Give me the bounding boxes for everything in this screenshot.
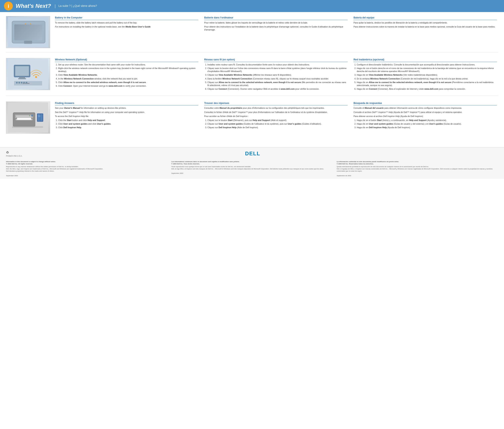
finding-heading-fr: Trouver des réponses bbox=[204, 101, 347, 106]
wireless-body-fr: Installez votre routeur sans fil. Consul… bbox=[204, 63, 347, 91]
footer-legal-en: Information in this document is subject … bbox=[6, 161, 167, 177]
recycle-icon: ♻ bbox=[6, 151, 9, 154]
wireless-body-en: Set up your wireless router. See the doc… bbox=[55, 63, 198, 88]
battery-col-en: Battery in the Computer To remove the ba… bbox=[54, 16, 199, 48]
wireless-list-fr: Installez votre routeur sans fil. Consul… bbox=[204, 63, 347, 91]
wireless-list-es-4: Haga clic en Allow me to connect to the … bbox=[357, 81, 497, 87]
battery-para-es-0: Para quitar la batería, deslice los pest… bbox=[354, 21, 497, 24]
finding-list-fr-1: Cliquez sur User and system guides (Guid… bbox=[207, 122, 347, 125]
finding-list-fr: Cliquez sur le bouton Start (Démarrer), … bbox=[204, 119, 347, 129]
finding-col-fr: Trouver des réponses Consultez votre Man… bbox=[203, 101, 349, 134]
svg-rect-16 bbox=[18, 82, 20, 83]
finding-para-fr-2: Pour accéder au fichier d'Aide de Dell I… bbox=[204, 115, 347, 118]
finding-list-es-2: Haga clic en Dell Inspiron Help (Ayuda d… bbox=[357, 126, 497, 129]
finding-para-en-0: See your Owner's Manual for information … bbox=[55, 107, 198, 109]
finding-list-en-2: Click Dell Inspiron Help. bbox=[58, 126, 198, 129]
wireless-list-fr-3: Dans la fenêtre Wireless Network Connect… bbox=[207, 77, 347, 80]
header-divider: | bbox=[54, 3, 56, 9]
finding-para-fr-1: Consultez le fichier d'Aide de Dell™ Ins… bbox=[204, 111, 347, 114]
battery-para-fr-1: Pour obtenir des instructions sur l'inst… bbox=[204, 25, 347, 31]
wireless-list-fr-5: Cliquez sur Connect (Connexion). Ouvrez … bbox=[207, 88, 347, 90]
finding-list-fr-2: Cliquez sur Dell Inspiron Help (Aide de … bbox=[207, 126, 347, 129]
battery-para-en-1: For instructions on installing the batte… bbox=[55, 25, 198, 28]
finding-body-fr: Consultez votre Manuel du propriétaire p… bbox=[204, 107, 347, 129]
battery-section: Battery in the Computer To remove the ba… bbox=[6, 16, 498, 52]
printed-label: Printed in the U.S.A. bbox=[6, 155, 22, 157]
svg-rect-3 bbox=[18, 26, 38, 37]
battery-body-fr: Pour retirer la batterie, faites glisser… bbox=[204, 21, 347, 32]
footer-legal-en-body: Reproduction in any manner whatsoever wi… bbox=[6, 166, 167, 177]
svg-rect-25 bbox=[17, 117, 31, 120]
finding-list-fr-0: Cliquez sur le bouton Start (Démarrer), … bbox=[207, 119, 347, 122]
finding-list-es: Haga clic en el botón Start (Inicio) y, … bbox=[354, 119, 497, 129]
battery-col-fr: Batterie dans l'ordinateur Pour retirer … bbox=[203, 16, 349, 48]
svg-rect-2 bbox=[15, 24, 41, 39]
wireless-list-en-1: Right-click the wireless network connect… bbox=[58, 67, 198, 73]
finding-para-es-2: Para obtener acceso al archivo Dell Insp… bbox=[354, 115, 497, 118]
svg-rect-9 bbox=[15, 66, 29, 76]
wireless-list-fr-1: Cliquez avec le bouton droit sur l'icône… bbox=[207, 67, 347, 73]
wireless-col-en: Wireless Network (Optional) Set up your … bbox=[54, 58, 199, 92]
finding-heading-en: Finding Answers bbox=[55, 101, 198, 106]
svg-rect-11 bbox=[18, 78, 26, 79]
battery-heading-en: Battery in the Computer bbox=[55, 16, 198, 20]
footer-legal-fr-bold: Les informations contenues dans ce docum… bbox=[171, 161, 333, 165]
battery-heading-fr: Batterie dans l'ordinateur bbox=[204, 16, 347, 20]
wireless-list-en-5: Click Connect. Open your Internet browse… bbox=[58, 84, 198, 88]
finding-para-es-0: Consulte el Manual del usuario para obte… bbox=[354, 107, 497, 109]
svg-text:DELL: DELL bbox=[245, 151, 260, 157]
printer-image bbox=[6, 101, 50, 134]
wireless-list-fr-4: Cliquez sur Allow me to connect to the s… bbox=[207, 81, 347, 87]
battery-para-en-0: To remove the battery, slide the battery… bbox=[55, 21, 198, 24]
footer-top: ♻ Printed in the U.S.A. DELL bbox=[6, 150, 498, 159]
wireless-list-fr-2: Cliquez sur View Available Wireless Netw… bbox=[207, 73, 347, 76]
footer-legal-es-body: Queda estrictamente prohibida la reprodu… bbox=[337, 166, 498, 177]
svg-rect-19 bbox=[26, 82, 27, 83]
svg-rect-1 bbox=[12, 21, 45, 43]
wireless-section: 10:03 AM Wireless Network (Optional) Set… bbox=[6, 58, 498, 96]
wireless-heading-es: Red inalámbrica (opcional) bbox=[354, 58, 497, 62]
battery-body-en: To remove the battery, slide the battery… bbox=[55, 21, 198, 28]
battery-italic-en: For instructions on installing the batte… bbox=[55, 26, 125, 28]
svg-rect-32 bbox=[38, 116, 41, 116]
dell-logo-svg: DELL bbox=[244, 151, 260, 157]
finding-section: Finding Answers See your Owner's Manual … bbox=[6, 101, 498, 138]
finding-para-en-1: See the Dell™ Inspiron™ Help file for in… bbox=[55, 111, 198, 114]
wireless-list-en-2: Click View Available Wireless Networks. bbox=[58, 73, 198, 76]
svg-rect-6 bbox=[24, 41, 32, 44]
finding-col-es: Búsqueda de respuestas Consulte el Manua… bbox=[352, 101, 498, 134]
finding-list-es-1: Haga clic en User and system guides (Guí… bbox=[357, 122, 497, 125]
wireless-heading-en: Wireless Network (Optional) bbox=[55, 58, 198, 62]
svg-rect-18 bbox=[23, 82, 25, 83]
finding-heading-es: Búsqueda de respuestas bbox=[354, 101, 497, 106]
wireless-list-en: Set up your wireless router. See the doc… bbox=[55, 63, 198, 88]
finding-body-en: See your Owner's Manual for information … bbox=[55, 107, 198, 129]
battery-italic-bold-en: Media Base User's Guide bbox=[125, 26, 150, 28]
page-footer: ♻ Printed in the U.S.A. DELL Information… bbox=[0, 147, 504, 179]
battery-para-es-1: Para obtener instrucciones sobre la mane… bbox=[354, 25, 497, 28]
wireless-list-fr-0: Installez votre routeur sans fil. Consul… bbox=[207, 63, 347, 66]
wireless-list-en-0: Set up your wireless router. See the doc… bbox=[58, 63, 198, 66]
dell-logo: DELL bbox=[244, 151, 260, 158]
wireless-col-fr: Réseau sans fil (en option) Installez vo… bbox=[203, 58, 349, 92]
svg-rect-31 bbox=[38, 115, 40, 115]
finding-list-es-0: Haga clic en el botón Start (Inicio) y, … bbox=[357, 119, 497, 122]
finding-col-en: Finding Answers See your Owner's Manual … bbox=[54, 101, 199, 134]
battery-col-es: Batería del equipo Para quitar la baterí… bbox=[352, 16, 498, 48]
footer-legal: Information in this document is subject … bbox=[6, 161, 498, 177]
finding-body-es: Consulte el Manual del usuario para obte… bbox=[354, 107, 497, 129]
battery-image bbox=[6, 16, 50, 48]
finding-para-en-2: To access the Dell Inspiron Help file: bbox=[55, 115, 198, 118]
header-title: What's Next? bbox=[16, 2, 51, 10]
svg-rect-34 bbox=[12, 126, 43, 128]
battery-heading-es: Batería del equipo bbox=[354, 16, 497, 20]
battery-body-es: Para quitar la batería, deslice los pest… bbox=[354, 21, 497, 28]
battery-svg bbox=[8, 17, 48, 47]
footer-legal-fr-body: Toute reproduction sous quelque forme qu… bbox=[171, 166, 333, 175]
wireless-heading-fr: Réseau sans fil (en option) bbox=[204, 58, 347, 62]
header-subtitle: La suite ? | ¿Qué viene ahora? bbox=[58, 4, 97, 8]
footer-legal-es: La información contenida en este documen… bbox=[337, 161, 498, 177]
svg-point-12 bbox=[35, 76, 37, 78]
svg-point-26 bbox=[31, 115, 33, 116]
footer-legal-fr: Les informations contenues dans ce docum… bbox=[171, 161, 333, 177]
